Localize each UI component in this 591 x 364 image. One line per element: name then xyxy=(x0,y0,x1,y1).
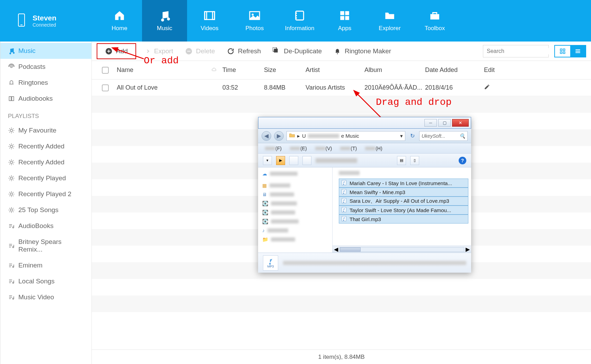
minus-icon xyxy=(185,47,193,55)
ringtone-maker-button[interactable]: Ringtone Maker xyxy=(329,45,396,57)
gear-icon xyxy=(8,175,15,182)
sidebar-item-music[interactable]: Music xyxy=(0,43,91,59)
sidebar-item-ringtones[interactable]: Ringtones xyxy=(0,75,91,91)
col-size[interactable]: Size xyxy=(261,66,303,74)
cell-time: 03:52 xyxy=(220,84,261,91)
svg-point-19 xyxy=(10,161,13,164)
playlists-header: PLAYLISTS xyxy=(0,107,91,122)
preview-button[interactable]: ▯ xyxy=(410,156,419,165)
ribbon-btn[interactable] xyxy=(302,156,311,165)
device-info: Steven Connected xyxy=(0,0,97,42)
organize-button[interactable]: ▾ xyxy=(263,156,272,165)
forward-button[interactable]: ▶ xyxy=(274,131,284,141)
dedupe-icon xyxy=(273,47,280,55)
select-all-checkbox[interactable] xyxy=(102,67,109,74)
refresh-button[interactable]: Refresh xyxy=(222,45,266,57)
col-date[interactable]: Date Added xyxy=(422,66,481,74)
nav-music[interactable]: Music xyxy=(142,0,187,42)
device-status: Connected xyxy=(33,22,56,28)
help-button[interactable]: ? xyxy=(459,157,466,164)
row-checkbox[interactable] xyxy=(102,84,109,91)
drive-icon: 💽 xyxy=(262,219,268,224)
sidebar-item-eminem[interactable]: Eminem xyxy=(0,257,91,273)
file-item[interactable]: Sara Lov、Air Supply - All Out of Love.mp… xyxy=(339,197,468,206)
sidebar-item-top25[interactable]: 25 Top Songs xyxy=(0,202,91,218)
list-view-button[interactable] xyxy=(570,46,585,57)
sidebar-item-recent-added-1[interactable]: Recently Added xyxy=(0,138,91,154)
svg-rect-55 xyxy=(560,49,562,51)
gear-icon xyxy=(8,191,15,198)
col-artist[interactable]: Artist xyxy=(303,66,362,74)
play-button[interactable]: ▶ xyxy=(276,156,285,165)
music-folder-icon: ♪ xyxy=(262,228,265,233)
export-button[interactable]: Export xyxy=(138,45,178,57)
sidebar-item-audiobooks[interactable]: Audiobooks xyxy=(0,91,91,107)
grid-view-button[interactable] xyxy=(555,46,570,57)
toolbar: Add Export Delete Refresh De-Duplicate R… xyxy=(92,42,591,61)
minimize-button[interactable]: ─ xyxy=(424,119,437,127)
table-row[interactable]: All Out of Love 03:52 8.84MB Various Art… xyxy=(92,80,591,96)
cell-name: All Out of Love xyxy=(114,84,220,91)
search-input[interactable] xyxy=(483,45,549,57)
nav-home[interactable]: Home xyxy=(97,0,142,42)
svg-rect-3 xyxy=(205,12,207,20)
photo-icon xyxy=(249,10,261,21)
sidebar-item-mv[interactable]: Music Video xyxy=(0,289,91,305)
maximize-button[interactable]: ▢ xyxy=(438,119,451,127)
address-field[interactable]: ▸U e Music ▾ xyxy=(286,131,405,141)
refresh-button[interactable]: ↻ xyxy=(408,132,416,140)
sidebar-item-recent-played[interactable]: Recently Played xyxy=(0,170,91,186)
sidebar-item-local[interactable]: Local Songs xyxy=(0,273,91,289)
audio-file-icon xyxy=(341,198,347,204)
svg-rect-0 xyxy=(18,14,25,26)
cell-size: 8.84MB xyxy=(261,84,303,91)
horizontal-scrollbar[interactable]: ◀▶ xyxy=(333,246,471,253)
sidebar: Music Podcasts Ringtones Audiobooks PLAY… xyxy=(0,42,92,364)
col-edit[interactable]: Edit xyxy=(481,66,516,74)
svg-rect-57 xyxy=(560,52,562,53)
explorer-tree[interactable]: ☁ ▦ 🖥 💽 💽 💽 ♪ 📁 xyxy=(258,167,333,253)
music-icon xyxy=(8,47,15,54)
sidebar-item-recent-played-2[interactable]: Recently Played 2 xyxy=(0,186,91,202)
edit-button[interactable] xyxy=(481,84,516,92)
nav-videos[interactable]: Videos xyxy=(187,0,232,42)
folder-icon: 📁 xyxy=(262,237,268,242)
nav-toolbox[interactable]: Toolbox xyxy=(412,0,457,42)
svg-rect-14 xyxy=(345,16,349,20)
nav-photos[interactable]: Photos xyxy=(232,0,277,42)
sidebar-item-favourite[interactable]: My Favourite xyxy=(0,122,91,138)
file-list[interactable]: Mariah Carey - I Stay In Love (Instrumen… xyxy=(333,167,471,246)
svg-point-17 xyxy=(10,129,13,132)
col-name[interactable]: Name xyxy=(117,66,133,74)
deduplicate-button[interactable]: De-Duplicate xyxy=(268,45,327,57)
gear-icon xyxy=(8,127,15,134)
col-album[interactable]: Album xyxy=(362,66,422,74)
cell-artist: Various Artists xyxy=(303,84,362,91)
add-button[interactable]: Add xyxy=(97,43,136,59)
explorer-titlebar[interactable]: ─ ▢ ✕ xyxy=(258,117,471,129)
toolbox-icon xyxy=(429,10,441,21)
cloud-icon: ☁ xyxy=(262,171,267,176)
sidebar-item-britney[interactable]: Britney Spears Remix... xyxy=(0,234,91,257)
music-icon xyxy=(159,10,170,21)
delete-button[interactable]: Delete xyxy=(180,45,220,57)
ribbon-btn[interactable] xyxy=(289,156,298,165)
sidebar-item-recent-added-2[interactable]: Recently Added xyxy=(0,154,91,170)
file-explorer-window[interactable]: ─ ▢ ✕ ◀ ▶ ▸U e Music ▾ ↻ UkeySoft... 🔍 (… xyxy=(258,117,471,273)
file-item[interactable]: Taylor Swift - Love Story (As Made Famou… xyxy=(339,206,468,215)
nav-information[interactable]: Information xyxy=(277,0,322,42)
sidebar-item-podcasts[interactable]: Podcasts xyxy=(0,59,91,75)
close-button[interactable]: ✕ xyxy=(452,119,469,127)
back-button[interactable]: ◀ xyxy=(262,131,271,141)
search-field[interactable] xyxy=(487,48,556,54)
explorer-search[interactable]: UkeySoft... 🔍 xyxy=(419,131,468,141)
sidebar-item-pl-audiobooks[interactable]: AudioBooks xyxy=(0,218,91,234)
col-time[interactable]: Time xyxy=(220,66,261,74)
file-item[interactable]: Mariah Carey - I Stay In Love (Instrumen… xyxy=(339,179,468,188)
file-item[interactable]: That Girl.mp3 xyxy=(339,215,468,224)
svg-rect-13 xyxy=(340,16,344,20)
nav-explorer[interactable]: Explorer xyxy=(367,0,412,42)
nav-apps[interactable]: Apps xyxy=(322,0,367,42)
file-item[interactable]: Mean Swifty - Mine.mp3 xyxy=(339,188,468,197)
view-button[interactable]: ▤ xyxy=(397,156,406,165)
